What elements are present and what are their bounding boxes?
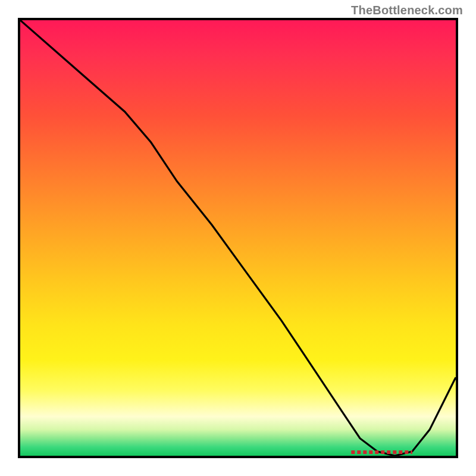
- curve-line: [20, 20, 456, 456]
- plot-area: [18, 18, 458, 458]
- chart-container: TheBottleneck.com: [0, 0, 476, 476]
- watermark-text: TheBottleneck.com: [351, 4, 463, 17]
- chart-svg: [20, 20, 456, 456]
